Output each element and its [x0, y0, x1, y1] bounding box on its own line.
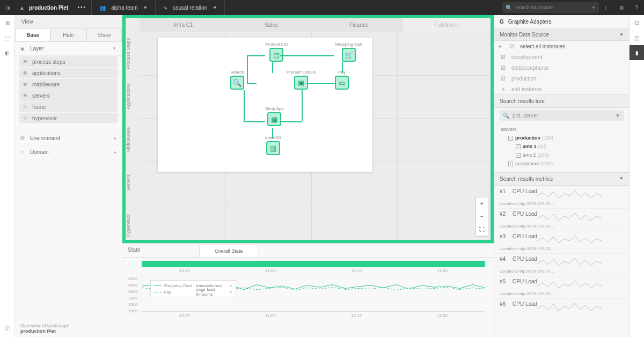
sidebar-footer: Overview of landscape production Piet [20, 323, 69, 334]
chart-legend: Shopping Cardtransactions/s×Paypage-load… [150, 280, 236, 297]
domain-section[interactable]: ○ Domain ▸ [15, 145, 122, 159]
row-label: Process Steps [126, 32, 131, 75]
relation-icon: ∿ [163, 5, 167, 11]
chevron-down-icon: ▼ [213, 5, 217, 10]
graphite-icon: G [500, 19, 504, 25]
tab-show[interactable]: Show [86, 29, 122, 42]
eye-icon[interactable]: 👁 [23, 59, 32, 65]
global-search[interactable]: 🔍 search stuckstate ▼ [502, 2, 599, 13]
state-health-bar [142, 261, 485, 267]
apps-icon[interactable]: ⊞ [0, 15, 14, 30]
tree-item[interactable]: ✓ams 1(50) [501, 142, 623, 151]
environment-section[interactable]: ⟳ Environment ▸ [15, 131, 122, 145]
layer-item[interactable]: 👁middleware [19, 79, 118, 90]
panel-icon[interactable]: ◫ [630, 30, 644, 45]
tree-item[interactable]: −ams 2(100) [501, 151, 623, 159]
tree-item[interactable]: +acceptance(200) [501, 159, 623, 168]
tree-root[interactable]: servers [501, 125, 623, 134]
layer-item[interactable]: 👁frame [19, 101, 118, 112]
info-icon[interactable]: ⓘ [0, 325, 15, 333]
palette-icon[interactable]: ◐ [0, 45, 14, 60]
mountain-icon: ▲ [15, 5, 29, 11]
node-pay[interactable]: ▭ [335, 76, 349, 90]
right-title: Graphite Adapters [508, 19, 552, 25]
remove-icon[interactable]: × [230, 283, 232, 288]
eye-icon[interactable]: 👁 [23, 82, 32, 87]
node-shop-app[interactable]: ▦ [267, 112, 281, 126]
map-icon[interactable]: ⬚ [0, 30, 14, 45]
node-shopping-cart[interactable]: 🛒 [342, 48, 356, 62]
tree-search[interactable]: 🔍prd, server▼ [500, 110, 624, 121]
select-all-instances[interactable]: ▾☑select all instances [494, 41, 629, 52]
instance-row[interactable]: ☑production [494, 73, 629, 84]
panel-icon[interactable]: ⊡ [630, 15, 644, 30]
layer-item[interactable]: 👁hypervisor [19, 113, 118, 123]
row-label: Servers [126, 161, 131, 204]
eye-icon[interactable]: 👁 [23, 93, 32, 99]
eye-icon[interactable]: 👁 [23, 70, 32, 76]
state-title: State [128, 243, 140, 257]
node-server[interactable]: ▥ [266, 141, 280, 155]
layers-icon: ◈ [20, 46, 30, 52]
tab-hide[interactable]: Hide [50, 29, 86, 42]
help-icon[interactable]: ? [629, 5, 644, 11]
remove-icon[interactable]: × [230, 290, 232, 295]
metric-item[interactable]: #1CPU LoadLocation: http://878.976.76... [494, 186, 629, 208]
chevron-right-icon: ▸ [114, 136, 116, 141]
add-instance[interactable]: ＋add instance [494, 84, 629, 94]
plus-icon: ＋ [501, 85, 511, 93]
canvas-tab[interactable]: Sales [228, 18, 316, 32]
panel-icon-active[interactable]: ▮ [630, 45, 644, 60]
layer-section[interactable]: ◈ Layer ▼ [15, 42, 122, 56]
layer-item[interactable]: 👁process steps [19, 56, 118, 67]
canvas-tab[interactable]: Fulfillment [403, 18, 491, 32]
zoom-in-button[interactable]: + [476, 197, 488, 210]
node-product-details[interactable]: ▣ [294, 76, 308, 90]
row-label: Middleware [126, 118, 131, 161]
layer-item[interactable]: 👁applications [19, 68, 118, 78]
chevron-right-icon: ▸ [114, 150, 116, 155]
canvas-tab[interactable]: Finance [315, 18, 403, 32]
team-selector[interactable]: 👥 alpha team ▼ [92, 0, 155, 15]
environment-icon: ⟳ [20, 135, 30, 141]
metric-item[interactable]: #2CPU LoadLocation: http://878.976.76... [494, 208, 629, 231]
zoom-out-button[interactable]: − [476, 210, 488, 223]
search-icon: 🔍 [506, 5, 512, 11]
state-tab-overall[interactable]: Overall State [199, 245, 258, 257]
domain-icon: ○ [20, 149, 30, 155]
chevron-down-icon: ▼ [143, 5, 148, 10]
diagram-card[interactable]: Product List ▤ Shopping Cart 🛒 Search 🔍 … [158, 38, 372, 172]
dark-mode-icon[interactable]: ☾ [599, 5, 614, 11]
chevron-down-icon: ▼ [591, 5, 596, 10]
settings-icon[interactable]: ⚙ [614, 5, 629, 11]
row-label: Hypervisor [126, 204, 131, 247]
tree-item[interactable]: −production(150) [501, 134, 623, 142]
instance-row[interactable]: ☑development [494, 52, 629, 62]
instance-row[interactable]: ☑test/acceptance [494, 62, 629, 73]
metric-item[interactable]: #6CPU Load [494, 298, 629, 316]
eye-icon[interactable]: 👁 [23, 104, 32, 110]
metric-item[interactable]: #3CPU LoadLocation: http://878.976.76... [494, 231, 629, 253]
metric-item[interactable]: #4CPU LoadLocation: http://878.976.76... [494, 253, 629, 276]
node-search[interactable]: 🔍 [230, 76, 244, 90]
eye-icon[interactable]: 👁 [23, 115, 32, 121]
tab-base[interactable]: Base [15, 29, 50, 42]
fullscreen-button[interactable]: ⛶ [476, 223, 488, 236]
chevron-down-icon: ▼ [112, 46, 116, 51]
sidebar-title: View [15, 15, 122, 29]
project-menu-icon[interactable]: ••• [72, 0, 92, 15]
layer-item[interactable]: 👁servers [19, 90, 118, 101]
canvas-tab[interactable]: Infra C1 [140, 18, 228, 32]
project-name[interactable]: production Piet [29, 5, 72, 11]
monitor-source[interactable]: Monitor Data Source▼ [494, 29, 629, 41]
relation-selector[interactable]: ∿ causal relation ▼ [156, 0, 225, 15]
app-logo-icon[interactable]: ◑ [0, 5, 15, 11]
row-label: Applications [126, 75, 131, 118]
metric-item[interactable]: #5CPU LoadLocation: http://878.976.76... [494, 276, 629, 298]
team-icon: 👥 [99, 5, 106, 11]
search-icon: 🔍 [503, 113, 509, 119]
node-product-list[interactable]: ▤ [269, 48, 283, 62]
